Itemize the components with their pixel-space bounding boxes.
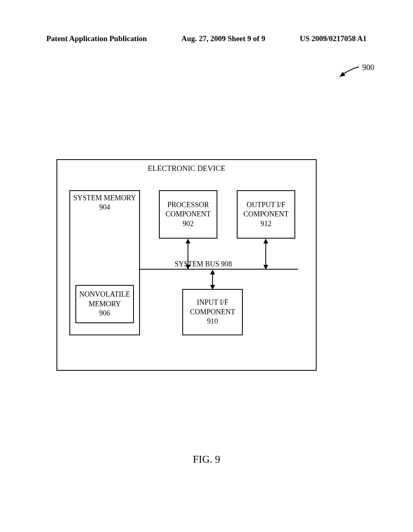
page-header: Patent Application Publication Aug. 27, … xyxy=(46,34,367,43)
leader-arrow-icon xyxy=(335,64,363,80)
figure-label: FIG. 9 xyxy=(0,453,413,466)
processor-label-line2: COMPONENT xyxy=(162,210,214,219)
nonvolatile-memory-block: NONVOLATILE MEMORY 906 xyxy=(75,285,134,323)
system-bus-line xyxy=(140,269,298,270)
input-if-label-line1: INPUT I/F xyxy=(186,298,240,307)
arrow-down-icon xyxy=(210,285,215,290)
processor-number: 902 xyxy=(162,219,214,229)
processor-block: PROCESSOR COMPONENT 902 xyxy=(159,190,217,239)
diagram-title: ELECTRONIC DEVICE xyxy=(57,164,316,173)
system-memory-number: 904 xyxy=(70,203,139,212)
system-bus-label: SYSTEM BUS 908 xyxy=(172,260,234,268)
output-if-number: 912 xyxy=(240,219,292,229)
header-right: US 2009/0217058 A1 xyxy=(300,34,367,43)
output-if-label-line2: COMPONENT xyxy=(240,210,292,219)
nvmem-label-line1: NONVOLATILE xyxy=(76,290,133,299)
figure-reference-number: 900 xyxy=(362,63,374,72)
output-if-label-line1: OUTPUT I/F xyxy=(240,200,292,210)
output-if-block: OUTPUT I/F COMPONENT 912 xyxy=(237,190,295,239)
arrow-down-icon xyxy=(186,265,190,270)
processor-label-line1: PROCESSOR xyxy=(162,200,214,210)
electronic-device-box: ELECTRONIC DEVICE SYSTEM MEMORY 904 NONV… xyxy=(56,159,317,371)
input-if-bus-connector xyxy=(212,273,213,286)
input-if-number: 910 xyxy=(186,317,240,326)
nvmem-label-line2: MEMORY xyxy=(76,299,133,309)
nvmem-number: 906 xyxy=(76,309,133,318)
header-mid: Aug. 27, 2009 Sheet 9 of 9 xyxy=(181,34,265,43)
input-if-label-line2: COMPONENT xyxy=(186,308,240,317)
output-if-bus-connector xyxy=(265,243,266,266)
processor-bus-connector xyxy=(188,243,188,266)
arrow-up-icon xyxy=(263,239,268,243)
arrow-up-icon xyxy=(210,270,215,274)
input-if-block: INPUT I/F COMPONENT 910 xyxy=(182,289,243,335)
figure-reference-callout: 900 xyxy=(335,64,363,81)
system-memory-label: SYSTEM MEMORY xyxy=(70,193,139,203)
arrow-down-icon xyxy=(263,265,268,270)
header-left: Patent Application Publication xyxy=(46,34,147,43)
arrow-up-icon xyxy=(186,239,190,243)
svg-marker-0 xyxy=(340,72,345,77)
